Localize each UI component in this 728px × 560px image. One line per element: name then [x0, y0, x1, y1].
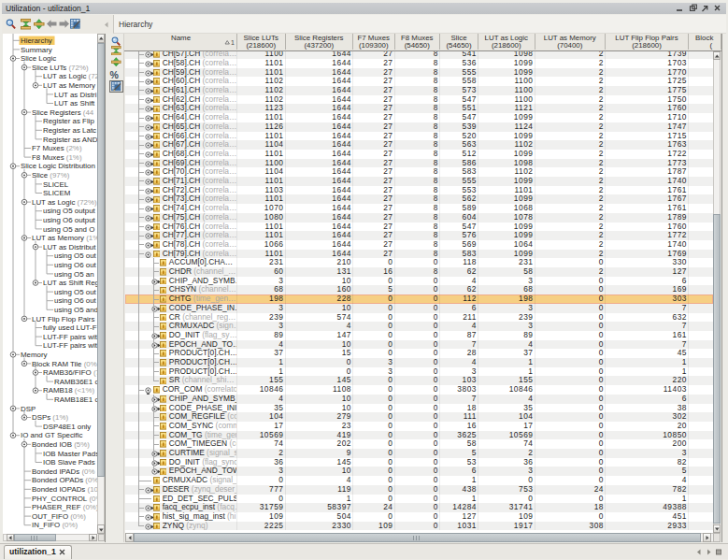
svg-text:Slice Logic: Slice Logic [21, 54, 56, 63]
svg-text:using O5 an: using O5 an [54, 270, 94, 279]
svg-text:LUT as Shift: LUT as Shift [54, 99, 95, 108]
svg-text:Slice (97%): Slice (97%) [32, 171, 70, 179]
svg-text:SLICEM: SLICEM [43, 189, 70, 197]
svg-text:RAMB36E1 o: RAMB36E1 o [54, 378, 97, 386]
svg-text:Bonded IOPADs (10: Bonded IOPADs (10 [32, 485, 97, 494]
svg-text:PHASER_REF (0%): PHASER_REF (0%) [32, 503, 97, 511]
svg-text:Slice LUTs (72%): Slice LUTs (72%) [32, 64, 89, 72]
svg-text:Slice Registers (44: Slice Registers (44 [32, 108, 94, 117]
svg-text:F7 Muxes (2%): F7 Muxes (2%) [32, 144, 82, 152]
svg-text:using O5 out: using O5 out [54, 251, 97, 260]
svg-text:Hierarchy: Hierarchy [21, 36, 52, 45]
svg-text:LUT as Logic (72%): LUT as Logic (72%) [32, 198, 97, 207]
svg-text:RAMB18E1 o: RAMB18E1 o [54, 395, 97, 404]
svg-text:1: 1 [231, 39, 235, 46]
svg-text:LUT-FF pairs wit: LUT-FF pairs wit [43, 341, 97, 350]
svg-text:PHY_CONTROL (0%): PHY_CONTROL (0%) [32, 495, 97, 503]
svg-text:Block RAM Tile (0%: Block RAM Tile (0% [32, 360, 97, 368]
svg-text:using O6 out: using O6 out [54, 296, 97, 305]
svg-text:LUT as Distri: LUT as Distri [54, 91, 97, 99]
svg-text:Register as Latc: Register as Latc [43, 126, 96, 135]
svg-text:Bonded IOB (5%): Bonded IOB (5%) [32, 440, 90, 449]
svg-text:RAMB18 (<1%): RAMB18 (<1%) [43, 386, 94, 395]
svg-text:fully used LUT-F: fully used LUT-F [43, 323, 97, 332]
svg-text:LUT-FF pairs wit: LUT-FF pairs wit [43, 333, 97, 341]
svg-text:Register as Flip: Register as Flip [43, 117, 94, 125]
svg-text:LUT as Distribut: LUT as Distribut [43, 243, 96, 251]
svg-text:LUT as Memory: LUT as Memory [43, 81, 95, 90]
svg-text:Register as AND: Register as AND [43, 136, 97, 144]
svg-text:LUT as Shift Reg: LUT as Shift Reg [43, 279, 97, 287]
svg-text:DSP48E1 only: DSP48E1 only [43, 423, 91, 431]
svg-text:Bonded IPADs (0%: Bonded IPADs (0% [32, 467, 94, 476]
svg-text:using O6 out: using O6 out [54, 261, 97, 269]
svg-text:LUT Flip Flop Pairs: LUT Flip Flop Pairs [32, 315, 94, 323]
svg-text:IOB Master Pads: IOB Master Pads [43, 450, 97, 458]
svg-text:using O6 output: using O6 output [43, 216, 96, 224]
svg-text:using O5 and: using O5 and [54, 306, 97, 314]
svg-text:OUT_FIFO (0%): OUT_FIFO (0%) [32, 512, 86, 521]
svg-text:DSP: DSP [21, 405, 36, 413]
svg-text:using O5 output: using O5 output [43, 207, 96, 215]
svg-text:Bonded OPADs (0%: Bonded OPADs (0% [32, 476, 97, 484]
svg-text:using O5 out: using O5 out [54, 288, 97, 296]
svg-text:Slice Logic Distribution: Slice Logic Distribution [21, 162, 95, 170]
svg-text:LUT as Memory (1%: LUT as Memory (1% [32, 234, 97, 242]
svg-text:SLICEL: SLICEL [43, 180, 69, 189]
svg-text:IOB Slave Pads: IOB Slave Pads [43, 458, 95, 467]
svg-text:IN_FIFO (0%): IN_FIFO (0%) [32, 521, 78, 529]
svg-text:Summary: Summary [21, 46, 52, 54]
svg-text:IO and GT Specific: IO and GT Specific [21, 431, 83, 439]
svg-text:Memory: Memory [21, 351, 48, 359]
svg-text:using O5 and O: using O5 and O [43, 225, 94, 234]
svg-text:RAMB36/FIFO (7: RAMB36/FIFO (7 [43, 368, 97, 377]
svg-text:LUT as Logic (72: LUT as Logic (72 [43, 72, 97, 80]
svg-text:DSPs (1%): DSPs (1%) [32, 413, 68, 422]
svg-text:F8 Muxes (1%): F8 Muxes (1%) [32, 153, 82, 162]
